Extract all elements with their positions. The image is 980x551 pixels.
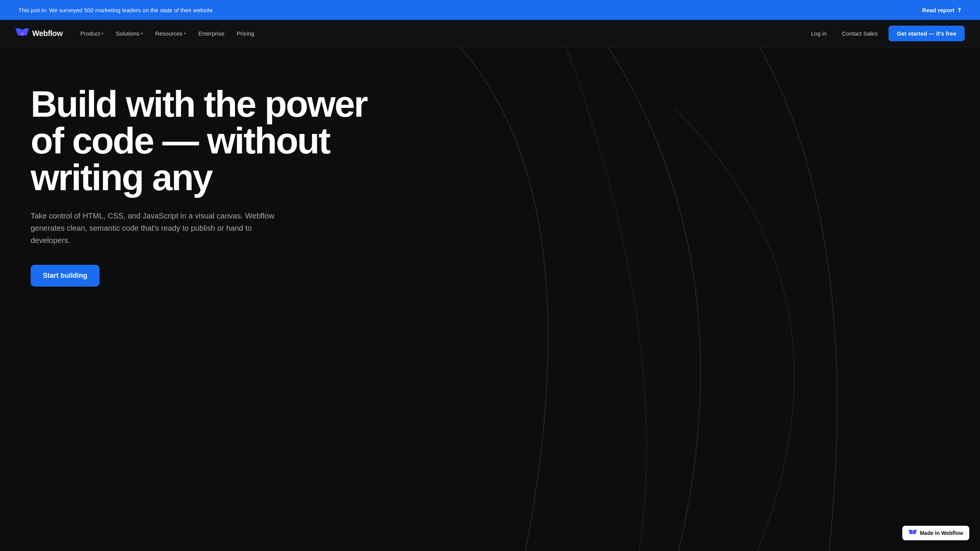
webflow-badge-icon: [908, 530, 917, 536]
navbar-left: Webflow Product ▾ Solutions ▾ Resources …: [15, 27, 260, 40]
nav-item-enterprise[interactable]: Enterprise: [193, 27, 230, 40]
nav-item-solutions[interactable]: Solutions ▾: [110, 27, 148, 40]
nav-item-product[interactable]: Product ▾: [75, 27, 109, 40]
nav-enterprise-label: Enterprise: [198, 30, 224, 37]
hero-background-decoration: [294, 47, 980, 551]
nav-links: Product ▾ Solutions ▾ Resources ▾ Enterp…: [75, 27, 260, 40]
chevron-down-icon: ▾: [141, 31, 143, 36]
login-link[interactable]: Log in: [806, 27, 831, 40]
announcement-text: This just in: We surveyed 500 marketing …: [18, 7, 212, 13]
nav-pricing-label: Pricing: [237, 30, 254, 37]
chevron-down-icon: ▾: [184, 31, 186, 36]
chevron-down-icon: ▾: [101, 31, 103, 36]
external-link-icon: ↗: [955, 6, 964, 15]
webflow-logo-icon: [15, 28, 29, 39]
made-in-webflow-badge[interactable]: Made in Webflow: [902, 526, 969, 540]
navbar-right: Log in Contact Sales Get started — it's …: [806, 26, 965, 41]
nav-solutions-label: Solutions: [116, 30, 139, 37]
nav-item-resources[interactable]: Resources ▾: [150, 27, 191, 40]
navbar: Webflow Product ▾ Solutions ▾ Resources …: [0, 20, 980, 47]
hero-headline: Build with the power of code — without w…: [31, 86, 368, 196]
hero-content: Build with the power of code — without w…: [31, 86, 368, 287]
nav-item-pricing[interactable]: Pricing: [231, 27, 260, 40]
nav-resources-label: Resources: [155, 30, 183, 37]
contact-sales-link[interactable]: Contact Sales: [837, 27, 882, 40]
get-started-button[interactable]: Get started — it's free: [889, 26, 965, 41]
logo-text: Webflow: [32, 29, 63, 38]
hero-subtext: Take control of HTML, CSS, and JavaScrip…: [31, 210, 291, 246]
announcement-bar: This just in: We surveyed 500 marketing …: [0, 0, 980, 20]
start-building-button[interactable]: Start building: [31, 265, 100, 287]
logo[interactable]: Webflow: [15, 28, 63, 39]
read-report-link[interactable]: Read report ↗: [922, 7, 962, 14]
read-report-label: Read report: [922, 7, 954, 13]
made-in-webflow-label: Made in Webflow: [920, 530, 963, 536]
nav-product-label: Product: [80, 30, 100, 37]
hero-section: Build with the power of code — without w…: [0, 47, 980, 551]
